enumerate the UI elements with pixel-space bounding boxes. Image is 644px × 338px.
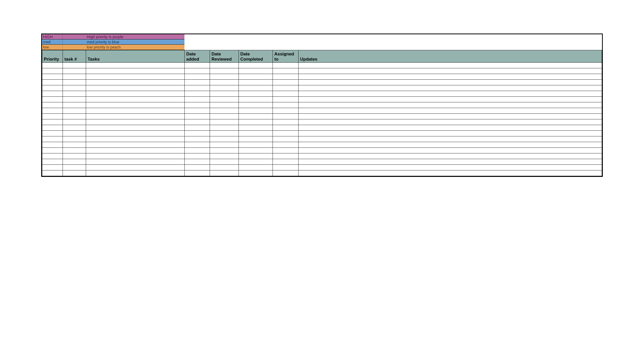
cell-dateadded[interactable]: [185, 91, 210, 97]
cell-tasks[interactable]: [86, 97, 185, 102]
cell-tasknum[interactable]: [63, 136, 86, 142]
cell-updates[interactable]: [299, 85, 602, 91]
cell-priority[interactable]: [42, 119, 63, 125]
cell-updates[interactable]: [299, 125, 602, 131]
cell-tasknum[interactable]: [63, 85, 86, 91]
cell-datereviewed[interactable]: [210, 136, 239, 142]
cell-updates[interactable]: [299, 63, 602, 68]
header-tasks[interactable]: Tasks: [86, 50, 185, 63]
cell-tasks[interactable]: [86, 119, 185, 125]
cell-priority[interactable]: [42, 125, 63, 131]
cell-updates[interactable]: [299, 108, 602, 114]
cell-dateadded[interactable]: [185, 63, 210, 68]
cell-tasknum[interactable]: [63, 119, 86, 125]
cell-datecompleted[interactable]: [239, 80, 273, 85]
cell-dateadded[interactable]: [185, 108, 210, 114]
cell-tasks[interactable]: [86, 131, 185, 136]
cell-datecompleted[interactable]: [239, 108, 273, 114]
header-tasknum[interactable]: task #: [63, 50, 86, 63]
header-datecompleted[interactable]: Date Completed: [239, 50, 273, 63]
cell-dateadded[interactable]: [185, 159, 210, 165]
cell-datecompleted[interactable]: [239, 148, 273, 153]
cell-assignedto[interactable]: [273, 170, 299, 176]
cell-priority[interactable]: [42, 85, 63, 91]
cell-updates[interactable]: [299, 142, 602, 148]
cell-assignedto[interactable]: [273, 108, 299, 114]
cell-priority[interactable]: [42, 114, 63, 119]
cell-datereviewed[interactable]: [210, 74, 239, 80]
cell-tasknum[interactable]: [63, 159, 86, 165]
cell-updates[interactable]: [299, 131, 602, 136]
cell-priority[interactable]: [42, 153, 63, 159]
cell-assignedto[interactable]: [273, 114, 299, 119]
cell-datecompleted[interactable]: [239, 102, 273, 108]
cell-assignedto[interactable]: [273, 125, 299, 131]
cell-tasks[interactable]: [86, 91, 185, 97]
cell-dateadded[interactable]: [185, 80, 210, 85]
cell-tasks[interactable]: [86, 136, 185, 142]
cell-datereviewed[interactable]: [210, 142, 239, 148]
cell-updates[interactable]: [299, 159, 602, 165]
cell-assignedto[interactable]: [273, 131, 299, 136]
cell-priority[interactable]: [42, 108, 63, 114]
cell-assignedto[interactable]: [273, 153, 299, 159]
cell-priority[interactable]: [42, 170, 63, 176]
cell-tasknum[interactable]: [63, 102, 86, 108]
cell-updates[interactable]: [299, 153, 602, 159]
cell-dateadded[interactable]: [185, 85, 210, 91]
cell-datecompleted[interactable]: [239, 159, 273, 165]
cell-tasks[interactable]: [86, 68, 185, 74]
cell-updates[interactable]: [299, 97, 602, 102]
cell-datereviewed[interactable]: [210, 165, 239, 170]
cell-tasks[interactable]: [86, 108, 185, 114]
cell-updates[interactable]: [299, 74, 602, 80]
cell-updates[interactable]: [299, 148, 602, 153]
cell-tasknum[interactable]: [63, 80, 86, 85]
cell-datereviewed[interactable]: [210, 102, 239, 108]
cell-datecompleted[interactable]: [239, 142, 273, 148]
cell-tasknum[interactable]: [63, 131, 86, 136]
cell-assignedto[interactable]: [273, 80, 299, 85]
cell-datecompleted[interactable]: [239, 165, 273, 170]
cell-tasknum[interactable]: [63, 148, 86, 153]
cell-tasks[interactable]: [86, 159, 185, 165]
cell-tasks[interactable]: [86, 63, 185, 68]
cell-datereviewed[interactable]: [210, 170, 239, 176]
cell-tasks[interactable]: [86, 170, 185, 176]
cell-datecompleted[interactable]: [239, 153, 273, 159]
cell-updates[interactable]: [299, 165, 602, 170]
cell-datecompleted[interactable]: [239, 114, 273, 119]
cell-datecompleted[interactable]: [239, 74, 273, 80]
cell-updates[interactable]: [299, 114, 602, 119]
cell-datereviewed[interactable]: [210, 80, 239, 85]
cell-datecompleted[interactable]: [239, 68, 273, 74]
cell-dateadded[interactable]: [185, 97, 210, 102]
cell-datereviewed[interactable]: [210, 108, 239, 114]
header-assignedto[interactable]: Assigned to: [273, 50, 299, 63]
cell-updates[interactable]: [299, 102, 602, 108]
cell-dateadded[interactable]: [185, 131, 210, 136]
cell-datecompleted[interactable]: [239, 85, 273, 91]
cell-tasks[interactable]: [86, 74, 185, 80]
cell-datecompleted[interactable]: [239, 125, 273, 131]
cell-tasknum[interactable]: [63, 165, 86, 170]
cell-tasks[interactable]: [86, 102, 185, 108]
cell-datereviewed[interactable]: [210, 125, 239, 131]
cell-datereviewed[interactable]: [210, 85, 239, 91]
cell-datecompleted[interactable]: [239, 97, 273, 102]
cell-datereviewed[interactable]: [210, 159, 239, 165]
cell-assignedto[interactable]: [273, 119, 299, 125]
cell-tasknum[interactable]: [63, 108, 86, 114]
cell-priority[interactable]: [42, 136, 63, 142]
cell-priority[interactable]: [42, 74, 63, 80]
cell-priority[interactable]: [42, 159, 63, 165]
cell-datereviewed[interactable]: [210, 91, 239, 97]
cell-dateadded[interactable]: [185, 170, 210, 176]
cell-assignedto[interactable]: [273, 102, 299, 108]
cell-datecompleted[interactable]: [239, 63, 273, 68]
cell-priority[interactable]: [42, 102, 63, 108]
cell-dateadded[interactable]: [185, 102, 210, 108]
cell-tasknum[interactable]: [63, 68, 86, 74]
cell-datereviewed[interactable]: [210, 97, 239, 102]
cell-dateadded[interactable]: [185, 114, 210, 119]
